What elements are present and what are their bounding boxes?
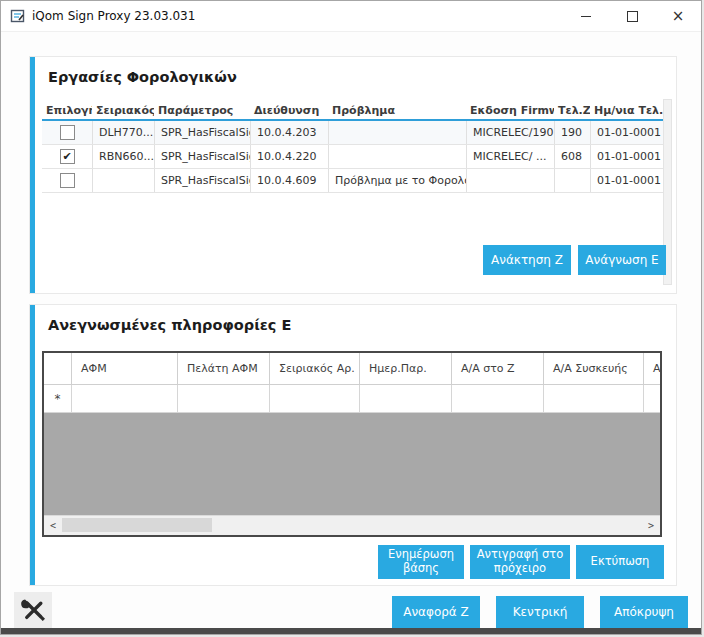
row-checkbox[interactable] (60, 125, 75, 140)
copy-clipboard-button[interactable]: Αντιγραφή στο πρόχειρο (470, 545, 570, 579)
cell-lastz-date: 01-01-0001 ... (590, 121, 664, 144)
cell-problem (328, 145, 466, 168)
col-header-aa-z[interactable]: Α/Α στο Ζ (452, 353, 544, 385)
cell-firmware: MICRELEC/1901... (466, 121, 554, 144)
table-row[interactable]: SPR_HasFiscalSigna... 10.0.4.609 Πρόβλημ… (42, 169, 664, 193)
cell-firmware (466, 169, 554, 192)
col-header-lastz-date[interactable]: Ημ/νια Τελ.Ζ (590, 104, 664, 119)
checkbox-cell (42, 169, 92, 192)
cell-problem: Πρόβλημα με το Φορολογικ... (328, 169, 466, 192)
print-button[interactable]: Εκτύπωση (576, 545, 664, 579)
cell-lastz: 608 (554, 145, 590, 168)
col-header-rowmarker (44, 353, 72, 385)
settings-tools-button[interactable] (14, 592, 52, 630)
minimize-button[interactable] (563, 1, 609, 31)
checkbox-cell: ✔ (42, 145, 92, 168)
app-icon (10, 8, 26, 24)
col-header-ar[interactable]: Αρ (644, 353, 662, 385)
scroll-left-icon[interactable]: < (44, 520, 62, 531)
cell-lastz-date: 01-01-0001 ... (590, 169, 664, 192)
new-row-marker: * (44, 385, 72, 413)
col-header-aa-device[interactable]: Α/Α Συσκευής (544, 353, 644, 385)
window-title: iQom Sign Proxy 23.03.031 (32, 9, 195, 23)
update-db-button[interactable]: Ενημέρωση βάσης (378, 545, 464, 579)
col-header-date[interactable]: Ημερ.Παρ. (360, 353, 452, 385)
read-e-button[interactable]: Ανάγνωση Ε (578, 245, 666, 275)
scroll-right-icon[interactable]: > (642, 520, 660, 531)
col-header-address[interactable]: Διεύθυνση (250, 104, 328, 119)
central-button[interactable]: Κεντρική (496, 596, 584, 628)
jobs-buttons: Ανάκτηση Ζ Ανάγνωση Ε (483, 245, 666, 275)
col-header-serial-no[interactable]: Σειριακός Αρ. (270, 353, 360, 385)
footer-bar: Αναφορά Ζ Κεντρική Απόκρυψη (1, 589, 701, 631)
close-button[interactable]: × (655, 1, 701, 31)
cell-problem (328, 121, 466, 144)
cell-lastz (554, 169, 590, 192)
col-header-serial[interactable]: Σειριακός (92, 104, 154, 119)
jobs-table-header: Επιλογή Σειριακός Παράμετρος Διεύθυνση Π… (42, 99, 664, 121)
empty-cell[interactable] (452, 385, 544, 413)
jobs-section-title: Εργασίες Φορολογικών (48, 69, 237, 85)
info-buttons: Ενημέρωση βάσης Αντιγραφή στο πρόχειρο Ε… (378, 545, 664, 579)
close-icon: × (672, 9, 685, 24)
read-info-panel: Ανεγνωσμένες πληροφορίες Ε ΑΦΜ Πελάτη ΑΦ… (29, 304, 677, 586)
cell-parameter: SPR_HasFiscalSigna... (154, 145, 250, 168)
panel-accent-bar (30, 305, 35, 585)
table-row[interactable]: ✔ RBN660... SPR_HasFiscalSigna... 10.0.4… (42, 145, 664, 169)
report-z-button[interactable]: Αναφορά Ζ (392, 596, 480, 628)
cell-lastz-date: 01-01-0001 ... (590, 145, 664, 168)
info-grid-header: ΑΦΜ Πελάτη ΑΦΜ Σειριακός Αρ. Ημερ.Παρ. Α… (44, 353, 660, 385)
empty-cell[interactable] (72, 385, 178, 413)
cell-serial (92, 169, 154, 192)
cell-address: 10.0.4.203 (250, 121, 328, 144)
scrollbar-track[interactable] (62, 516, 642, 535)
cell-parameter: SPR_HasFiscalSigna... (154, 121, 250, 144)
fiscal-jobs-panel: Εργασίες Φορολογικών Επιλογή Σειριακός Π… (29, 56, 677, 294)
row-checkbox[interactable]: ✔ (60, 149, 75, 164)
empty-cell[interactable] (360, 385, 452, 413)
info-horizontal-scrollbar: < > (44, 515, 660, 535)
footer-buttons: Αναφορά Ζ Κεντρική Απόκρυψη (392, 596, 688, 628)
titlebar: iQom Sign Proxy 23.03.031 × (1, 1, 701, 32)
info-grid: ΑΦΜ Πελάτη ΑΦΜ Σειριακός Αρ. Ημερ.Παρ. Α… (42, 351, 662, 537)
cell-firmware: MICRELEC/ ... (466, 145, 554, 168)
col-header-select[interactable]: Επιλογή (42, 104, 92, 119)
retrieve-z-button[interactable]: Ανάκτηση Ζ (483, 245, 571, 275)
row-checkbox[interactable] (60, 173, 75, 188)
cell-address: 10.0.4.609 (250, 169, 328, 192)
new-row[interactable]: * (44, 385, 660, 413)
col-header-client-afm[interactable]: Πελάτη ΑΦΜ (178, 353, 270, 385)
col-header-firmware[interactable]: Εκδοση Firmware (466, 104, 554, 119)
checkbox-state: ✔ (62, 151, 71, 162)
cell-lastz: 190 (554, 121, 590, 144)
wrench-screwdriver-icon (20, 596, 47, 627)
window-bottom-edge (1, 628, 701, 634)
maximize-icon (627, 11, 638, 22)
cell-serial: RBN660... (92, 145, 154, 168)
panel-accent-bar (30, 57, 35, 293)
minimize-icon (581, 16, 591, 17)
app-window: iQom Sign Proxy 23.03.031 × Εργασίες Φορ… (0, 0, 702, 635)
col-header-lastz[interactable]: Τελ.Ζ (554, 104, 590, 119)
cell-address: 10.0.4.220 (250, 145, 328, 168)
empty-cell[interactable] (544, 385, 644, 413)
col-header-afm[interactable]: ΑΦΜ (72, 353, 178, 385)
hide-button[interactable]: Απόκρυψη (600, 596, 688, 628)
empty-cell[interactable] (178, 385, 270, 413)
empty-cell[interactable] (644, 385, 662, 413)
maximize-button[interactable] (609, 1, 655, 31)
window-controls: × (563, 1, 701, 31)
cell-parameter: SPR_HasFiscalSigna... (154, 169, 250, 192)
checkbox-cell (42, 121, 92, 144)
info-section-title: Ανεγνωσμένες πληροφορίες Ε (48, 317, 291, 333)
fiscal-jobs-table: Επιλογή Σειριακός Παράμετρος Διεύθυνση Π… (42, 99, 664, 193)
scrollbar-thumb[interactable] (62, 518, 212, 532)
empty-cell[interactable] (270, 385, 360, 413)
col-header-problem[interactable]: Πρόβλημα (328, 104, 466, 119)
cell-serial: DLH770... (92, 121, 154, 144)
table-row[interactable]: DLH770... SPR_HasFiscalSigna... 10.0.4.2… (42, 121, 664, 145)
col-header-parameter[interactable]: Παράμετρος (154, 104, 250, 119)
